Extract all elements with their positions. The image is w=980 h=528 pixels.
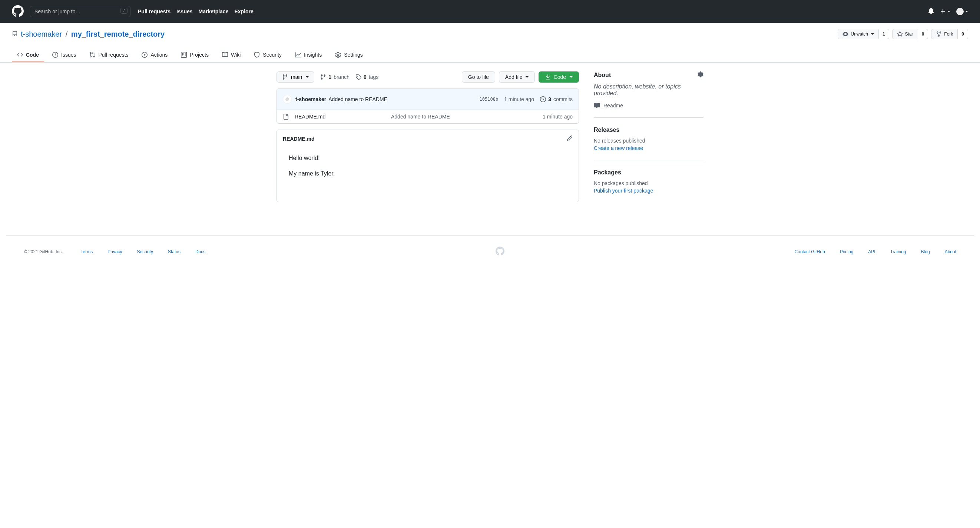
tags-link[interactable]: 0 tags — [355, 74, 379, 80]
chevron-down-icon — [306, 76, 309, 78]
tab-settings-label: Settings — [344, 52, 363, 58]
releases-empty-text: No releases published — [594, 138, 703, 144]
footer-training[interactable]: Training — [890, 249, 906, 254]
unwatch-button[interactable]: Unwatch — [838, 29, 879, 39]
create-menu[interactable] — [940, 8, 950, 14]
footer-copyright: © 2021 GitHub, Inc. — [24, 249, 63, 254]
branch-icon — [282, 74, 288, 80]
github-logo[interactable] — [12, 5, 24, 18]
fork-button[interactable]: Fork — [931, 29, 958, 39]
commit-author[interactable]: t-shoemaker — [296, 96, 326, 102]
commits-link[interactable]: 3 commits — [540, 96, 573, 102]
tab-insights-label: Insights — [304, 52, 322, 58]
tag-icon — [355, 74, 361, 80]
tab-issues[interactable]: Issues — [47, 48, 81, 62]
nav-pull-requests[interactable]: Pull requests — [138, 8, 170, 14]
nav-marketplace[interactable]: Marketplace — [199, 8, 229, 14]
footer-about[interactable]: About — [945, 249, 956, 254]
tab-projects[interactable]: Projects — [176, 48, 214, 62]
commit-avatar[interactable] — [283, 95, 292, 104]
tab-wiki[interactable]: Wiki — [217, 48, 246, 62]
search-input[interactable] — [30, 6, 130, 17]
forks-count[interactable]: 0 — [958, 29, 968, 39]
code-download-button[interactable]: Code — [539, 71, 579, 82]
footer-pricing[interactable]: Pricing — [840, 249, 854, 254]
tab-settings[interactable]: Settings — [330, 48, 368, 62]
footer-security[interactable]: Security — [137, 249, 153, 254]
path-separator: / — [65, 30, 68, 38]
about-settings-button[interactable] — [698, 71, 703, 79]
tab-pulls[interactable]: Pull requests — [84, 48, 134, 62]
packages-title[interactable]: Packages — [594, 169, 703, 176]
footer-docs[interactable]: Docs — [195, 249, 205, 254]
readme-body: Hello world! My name is Tyler. — [277, 147, 579, 202]
repo-icon — [12, 31, 18, 37]
footer-links-left: Terms Privacy Security Status Docs — [81, 249, 206, 254]
file-commit-message[interactable]: Added name to README — [391, 114, 542, 120]
watchers-count[interactable]: 1 — [879, 29, 889, 39]
readme-link[interactable]: Readme — [594, 103, 703, 108]
tab-security[interactable]: Security — [249, 48, 287, 62]
tags-count: 0 — [364, 74, 367, 80]
chevron-down-icon — [526, 76, 528, 78]
footer-logo[interactable] — [496, 251, 504, 257]
bell-icon — [928, 8, 934, 14]
pencil-icon — [567, 135, 573, 141]
plus-icon — [940, 8, 946, 14]
gear-icon — [335, 52, 341, 58]
releases-section: Releases No releases published Create a … — [594, 127, 703, 160]
footer-status[interactable]: Status — [168, 249, 180, 254]
nav-issues[interactable]: Issues — [177, 8, 193, 14]
about-description: No description, website, or topics provi… — [594, 83, 703, 97]
branches-link[interactable]: 1 branch — [320, 74, 350, 80]
commit-box: t-shoemaker Added name to README 105108b… — [277, 89, 579, 124]
commit-time[interactable]: 1 minute ago — [504, 96, 534, 102]
unwatch-label: Unwatch — [851, 32, 868, 36]
file-name-link[interactable]: README.md — [295, 114, 325, 120]
commit-message[interactable]: Added name to README — [328, 96, 387, 102]
commits-word: commits — [554, 96, 573, 102]
history-icon — [540, 96, 546, 102]
code-label: Code — [554, 74, 566, 80]
tab-code[interactable]: Code — [12, 48, 44, 62]
stars-count[interactable]: 0 — [918, 29, 929, 39]
chevron-down-icon — [871, 33, 874, 35]
create-release-link[interactable]: Create a new release — [594, 145, 643, 151]
sidebar: About No description, website, or topics… — [594, 71, 703, 211]
footer-blog[interactable]: Blog — [921, 249, 930, 254]
tab-actions[interactable]: Actions — [137, 48, 173, 62]
footer-terms[interactable]: Terms — [81, 249, 93, 254]
fork-label: Fork — [944, 32, 953, 36]
publish-package-link[interactable]: Publish your first package — [594, 188, 653, 193]
edit-readme-button[interactable] — [567, 135, 573, 142]
tab-insights[interactable]: Insights — [290, 48, 327, 62]
releases-title[interactable]: Releases — [594, 127, 703, 133]
header-nav: Pull requests Issues Marketplace Explore — [138, 8, 253, 14]
file-icon — [283, 114, 289, 120]
book-icon — [594, 103, 600, 108]
tab-code-label: Code — [26, 52, 39, 58]
nav-explore[interactable]: Explore — [234, 8, 253, 14]
add-file-button[interactable]: Add file — [499, 71, 535, 82]
notifications-button[interactable] — [928, 8, 934, 15]
readme-link-label: Readme — [603, 103, 623, 108]
user-menu[interactable] — [956, 8, 968, 15]
chevron-down-icon — [570, 76, 573, 78]
about-section: About No description, website, or topics… — [594, 71, 703, 118]
tab-actions-label: Actions — [151, 52, 167, 58]
readme-line2: My name is Tyler. — [289, 169, 567, 178]
repo-title: t-shoemaker / my_first_remote_directory — [21, 30, 165, 38]
footer-privacy[interactable]: Privacy — [108, 249, 122, 254]
repo-actions: Unwatch 1 Star 0 Fork 0 — [838, 29, 968, 39]
repo-name-link[interactable]: my_first_remote_directory — [71, 30, 165, 38]
commit-sha[interactable]: 105108b — [480, 97, 498, 102]
branch-selector[interactable]: main — [277, 71, 314, 82]
star-button[interactable]: Star — [892, 29, 918, 39]
readme-filename[interactable]: README.md — [283, 136, 315, 142]
footer-contact[interactable]: Contact GitHub — [795, 249, 825, 254]
footer-api[interactable]: API — [868, 249, 875, 254]
repo-owner-link[interactable]: t-shoemaker — [21, 30, 62, 38]
about-title: About — [594, 72, 611, 78]
search-slash-hint: / — [121, 8, 127, 14]
go-to-file-button[interactable]: Go to file — [462, 71, 495, 82]
